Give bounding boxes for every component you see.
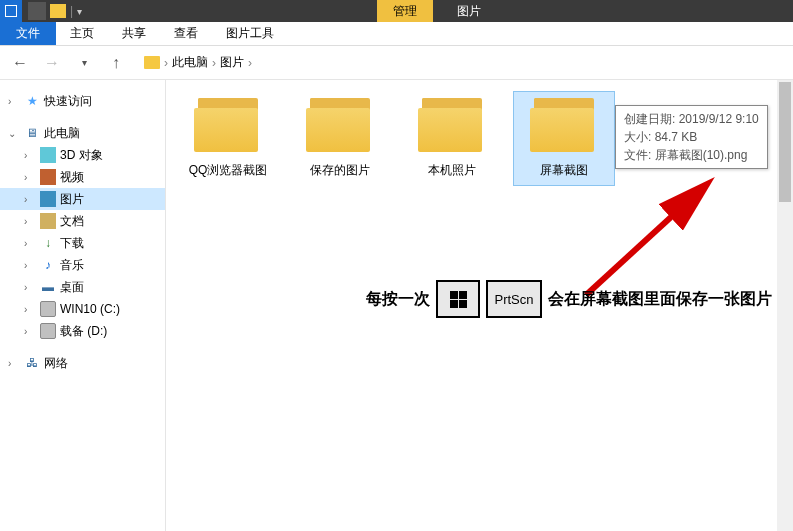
folder-label: 本机照片 [402,162,502,179]
chevron-right-icon[interactable]: › [8,96,20,107]
sidebar-item-label: 音乐 [60,257,84,274]
tooltip-files: 文件: 屏幕截图(10).png [624,146,759,164]
qat-dropdown-icon[interactable]: ▾ [77,6,82,17]
download-icon: ↓ [40,235,56,251]
star-icon: ★ [24,93,40,109]
scrollbar-thumb[interactable] [779,82,791,202]
tooltip-size: 大小: 84.7 KB [624,128,759,146]
sidebar-item-documents[interactable]: › 文档 [0,210,165,232]
drive-icon [40,301,56,317]
sidebar-item-desktop[interactable]: › ▬ 桌面 [0,276,165,298]
chevron-right-icon[interactable]: › [24,216,36,227]
instruction-text-before: 每按一次 [366,289,430,310]
pc-icon: 🖥 [24,125,40,141]
folder-label: 屏幕截图 [514,162,614,179]
instruction-text-after: 会在屏幕截图里面保存一张图片 [548,289,772,310]
svg-line-3 [586,185,706,295]
windows-key [436,280,480,318]
folder-icon [144,56,160,69]
sidebar-item-label: WIN10 (C:) [60,302,120,316]
breadcrumb[interactable]: › 此电脑 › 图片 › [136,54,260,71]
breadcrumb-sep: › [212,56,216,70]
instruction-annotation: 每按一次 PrtScn 会在屏幕截图里面保存一张图片 [366,280,772,318]
windows-logo-icon [450,291,467,308]
navigation-pane: › ★ 快速访问 ⌄ 🖥 此电脑 › 3D 对象 › 视频 › 图片 › 文 [0,80,166,531]
sidebar-item-pictures[interactable]: › 图片 [0,188,165,210]
drive-icon [40,323,56,339]
sidebar-item-music[interactable]: › ♪ 音乐 [0,254,165,276]
sidebar-item-network[interactable]: › 🖧 网络 [0,352,165,374]
folder-screenshots[interactable]: 屏幕截图 [514,92,614,185]
window-context-title: 图片 [433,3,505,20]
sidebar-item-quick-access[interactable]: › ★ 快速访问 [0,90,165,112]
pictures-icon [40,191,56,207]
titlebar: | ▾ 管理 图片 [0,0,793,22]
chevron-right-icon[interactable]: › [24,326,36,337]
navigation-bar: ← → ▾ ↑ › 此电脑 › 图片 › [0,46,793,80]
chevron-right-icon[interactable]: › [24,282,36,293]
tab-share[interactable]: 共享 [108,22,160,45]
qat-separator: | [70,4,73,18]
chevron-right-icon[interactable]: › [24,304,36,315]
ribbon-contextual-tab[interactable]: 管理 [377,0,433,22]
ribbon-tabs: 文件 主页 共享 查看 图片工具 [0,22,793,46]
breadcrumb-sep: › [164,56,168,70]
folder-label: QQ浏览器截图 [178,162,278,179]
sidebar-item-label: 图片 [60,191,84,208]
sidebar-item-3d-objects[interactable]: › 3D 对象 [0,144,165,166]
folder-tooltip: 创建日期: 2019/9/12 9:10 大小: 84.7 KB 文件: 屏幕截… [615,105,768,169]
forward-button[interactable]: → [40,51,64,75]
app-icon [0,0,22,22]
chevron-right-icon[interactable]: › [24,172,36,183]
sidebar-item-label: 3D 对象 [60,147,103,164]
tab-home[interactable]: 主页 [56,22,108,45]
file-menu[interactable]: 文件 [0,22,56,45]
sidebar-item-label: 桌面 [60,279,84,296]
sidebar-item-label: 下载 [60,235,84,252]
svg-rect-1 [6,6,16,16]
sidebar-item-downloads[interactable]: › ↓ 下载 [0,232,165,254]
video-icon [40,169,56,185]
back-button[interactable]: ← [8,51,32,75]
sidebar-item-label: 此电脑 [44,125,80,142]
folder-icon[interactable] [50,4,66,18]
network-icon: 🖧 [24,355,40,371]
folder-qq-screenshots[interactable]: QQ浏览器截图 [178,92,278,185]
chevron-right-icon[interactable]: › [8,358,20,369]
folder-saved-pictures[interactable]: 保存的图片 [290,92,390,185]
sidebar-item-label: 载备 (D:) [60,323,107,340]
folder-icon [418,98,486,152]
vertical-scrollbar[interactable] [777,80,793,531]
breadcrumb-pc[interactable]: 此电脑 [172,54,208,71]
folder-camera-roll[interactable]: 本机照片 [402,92,502,185]
sidebar-item-drive-d[interactable]: › 载备 (D:) [0,320,165,342]
recent-dropdown-icon[interactable]: ▾ [72,51,96,75]
folder-icon [194,98,262,152]
up-button[interactable]: ↑ [104,51,128,75]
sidebar-item-label: 快速访问 [44,93,92,110]
chevron-right-icon[interactable]: › [24,194,36,205]
chevron-down-icon[interactable]: ⌄ [8,128,20,139]
quick-access-toolbar: | ▾ [22,2,88,20]
sidebar-item-label: 文档 [60,213,84,230]
breadcrumb-pictures[interactable]: 图片 [220,54,244,71]
tooltip-created: 创建日期: 2019/9/12 9:10 [624,110,759,128]
qat-item[interactable] [28,2,46,20]
chevron-right-icon[interactable]: › [24,150,36,161]
chevron-right-icon[interactable]: › [24,238,36,249]
sidebar-item-drive-c[interactable]: › WIN10 (C:) [0,298,165,320]
folder-label: 保存的图片 [290,162,390,179]
sidebar-item-videos[interactable]: › 视频 [0,166,165,188]
tab-view[interactable]: 查看 [160,22,212,45]
sidebar-item-label: 网络 [44,355,68,372]
documents-icon [40,213,56,229]
breadcrumb-sep: › [248,56,252,70]
prtscn-key: PrtScn [486,280,542,318]
desktop-icon: ▬ [40,279,56,295]
chevron-right-icon[interactable]: › [24,260,36,271]
sidebar-item-label: 视频 [60,169,84,186]
3d-icon [40,147,56,163]
tab-picture-tools[interactable]: 图片工具 [212,22,288,45]
sidebar-item-this-pc[interactable]: ⌄ 🖥 此电脑 [0,122,165,144]
folder-icon [306,98,374,152]
